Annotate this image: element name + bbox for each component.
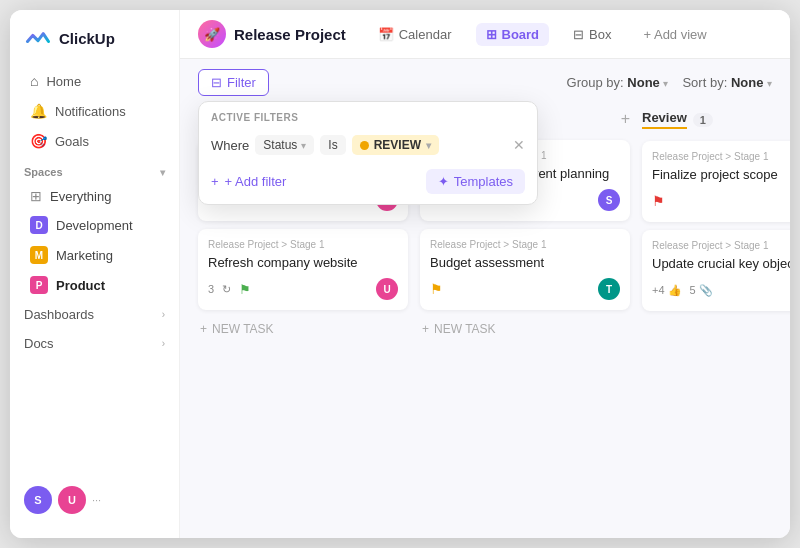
flag-icon: ⚑: [430, 281, 443, 297]
filter-close-button[interactable]: ✕: [513, 137, 525, 153]
new-task-button-col1[interactable]: + NEW TASK: [198, 318, 408, 340]
sidebar-item-home-label: Home: [46, 74, 81, 89]
box-icon: ⊟: [573, 27, 584, 42]
task-title: Finalize project scope: [652, 166, 790, 184]
sidebar-item-notifications-label: Notifications: [55, 104, 126, 119]
task-card[interactable]: Release Project > Stage 1 Budget assessm…: [420, 229, 630, 310]
review-chip[interactable]: REVIEW ▾: [352, 135, 439, 155]
view-tab-box[interactable]: ⊟ Box: [563, 23, 621, 46]
sidebar-item-goals-label: Goals: [55, 134, 89, 149]
check-icon: ⚑: [239, 282, 251, 297]
column-review: Review 1 Release Project > Stage 1 Final…: [642, 106, 790, 524]
status-chip[interactable]: Status ▾: [255, 135, 314, 155]
filter-dropdown: ACTIVE FILTERS Where Status ▾ Is REVIEW …: [198, 101, 538, 205]
project-icon: 🚀: [198, 20, 226, 48]
sidebar-item-home[interactable]: ⌂ Home: [16, 67, 173, 95]
logo: ClickUp: [10, 24, 179, 66]
marketing-icon: M: [30, 246, 48, 264]
templates-button[interactable]: ✦ Templates: [426, 169, 525, 194]
add-filter-button[interactable]: + + Add filter: [211, 174, 286, 189]
dashboards-chevron: ›: [162, 309, 165, 320]
everything-icon: ⊞: [30, 188, 42, 204]
column-review-title: Review: [642, 110, 687, 129]
task-meta: Release Project > Stage 1: [652, 240, 790, 251]
task-title: Refresh company website: [208, 254, 398, 272]
active-filters-label: ACTIVE FILTERS: [199, 102, 537, 129]
sort-by-control[interactable]: Sort by: None ▾: [682, 75, 772, 90]
view-tab-board[interactable]: ⊞ Board: [476, 23, 550, 46]
sidebar-item-goals[interactable]: 🎯 Goals: [16, 127, 173, 155]
app-name: ClickUp: [59, 30, 115, 47]
filter-icon: ⊟: [211, 75, 222, 90]
sort-by-chevron: ▾: [767, 78, 772, 89]
new-task-label: NEW TASK: [212, 322, 274, 336]
sidebar-item-marketing[interactable]: M Marketing: [16, 241, 173, 269]
flag-icon: ⚑: [652, 193, 665, 209]
avatar: S: [598, 189, 620, 211]
sidebar-item-docs[interactable]: Docs ›: [10, 329, 179, 358]
clickup-logo-icon: [24, 24, 52, 52]
task-meta: Release Project > Stage 1: [652, 151, 790, 162]
avatar-s[interactable]: S: [24, 486, 52, 514]
development-icon: D: [30, 216, 48, 234]
column-in-review-add[interactable]: +: [621, 110, 630, 128]
templates-icon: ✦: [438, 174, 449, 189]
topbar: 🚀 Release Project 📅 Calendar ⊞ Board ⊟ B…: [180, 10, 790, 59]
status-chip-chevron: ▾: [301, 140, 306, 151]
sidebar-item-everything-label: Everything: [50, 189, 111, 204]
sidebar: ClickUp ⌂ Home 🔔 Notifications 🎯 Goals S…: [10, 10, 180, 538]
refresh-icon: ↻: [222, 283, 231, 296]
task-stats: +4 👍 5 📎: [652, 284, 713, 297]
group-by-chevron: ▾: [663, 78, 668, 89]
filter-actions: + + Add filter ✦ Templates: [199, 161, 537, 194]
task-footer: ⚑ M: [652, 190, 790, 212]
review-chip-chevron: ▾: [426, 140, 431, 151]
task-card[interactable]: Release Project > Stage 1 Update crucial…: [642, 230, 790, 311]
footer-ellipsis: ···: [92, 494, 101, 506]
column-review-header: Review 1: [642, 106, 790, 133]
sidebar-item-marketing-label: Marketing: [56, 248, 113, 263]
sidebar-item-notifications[interactable]: 🔔 Notifications: [16, 97, 173, 125]
filter-row: Where Status ▾ Is REVIEW ▾ ✕: [199, 129, 537, 161]
goals-icon: 🎯: [30, 133, 47, 149]
avatar: U: [376, 278, 398, 300]
new-task-plus-icon: +: [422, 322, 429, 336]
add-view-button[interactable]: + Add view: [635, 23, 714, 46]
task-meta: Release Project > Stage 1: [208, 239, 398, 250]
new-task-plus-icon: +: [200, 322, 207, 336]
filter-label: Filter: [227, 75, 256, 90]
board-icon: ⊞: [486, 27, 497, 42]
avatar-user[interactable]: U: [58, 486, 86, 514]
new-task-button-col2[interactable]: + NEW TASK: [420, 318, 630, 340]
sidebar-item-product[interactable]: P Product: [16, 271, 173, 299]
spaces-chevron: ▾: [160, 167, 165, 178]
sidebar-item-dashboards-label: Dashboards: [24, 307, 94, 322]
docs-chevron: ›: [162, 338, 165, 349]
group-by-control[interactable]: Group by: None ▾: [567, 75, 669, 90]
spaces-section-title: Spaces ▾: [10, 156, 179, 182]
where-label: Where: [211, 138, 249, 153]
stat-count: 3: [208, 283, 214, 295]
task-footer: +4 👍 5 📎 B: [652, 279, 790, 301]
task-footer: 3 ↻ ⚑ U: [208, 278, 398, 300]
sidebar-item-everything[interactable]: ⊞ Everything: [16, 183, 173, 209]
view-tab-calendar[interactable]: 📅 Calendar: [368, 23, 462, 46]
sidebar-item-development-label: Development: [56, 218, 133, 233]
review-status-dot: [360, 141, 369, 150]
task-card[interactable]: Release Project > Stage 1 Finalize proje…: [642, 141, 790, 222]
add-filter-plus-icon: +: [211, 174, 219, 189]
review-chip-label: REVIEW: [374, 138, 421, 152]
bell-icon: 🔔: [30, 103, 47, 119]
filter-button[interactable]: ⊟ Filter: [198, 69, 269, 96]
status-chip-label: Status: [263, 138, 297, 152]
sidebar-item-product-label: Product: [56, 278, 105, 293]
main-content: 🚀 Release Project 📅 Calendar ⊞ Board ⊟ B…: [180, 10, 790, 538]
sidebar-item-development[interactable]: D Development: [16, 211, 173, 239]
column-review-count: 1: [693, 113, 713, 127]
task-card[interactable]: Release Project > Stage 1 Refresh compan…: [198, 229, 408, 310]
project-title: Release Project: [234, 26, 346, 43]
is-chip[interactable]: Is: [320, 135, 345, 155]
sidebar-item-dashboards[interactable]: Dashboards ›: [10, 300, 179, 329]
group-sort-controls: Group by: None ▾ Sort by: None ▾: [567, 75, 772, 90]
task-meta: Release Project > Stage 1: [430, 239, 620, 250]
